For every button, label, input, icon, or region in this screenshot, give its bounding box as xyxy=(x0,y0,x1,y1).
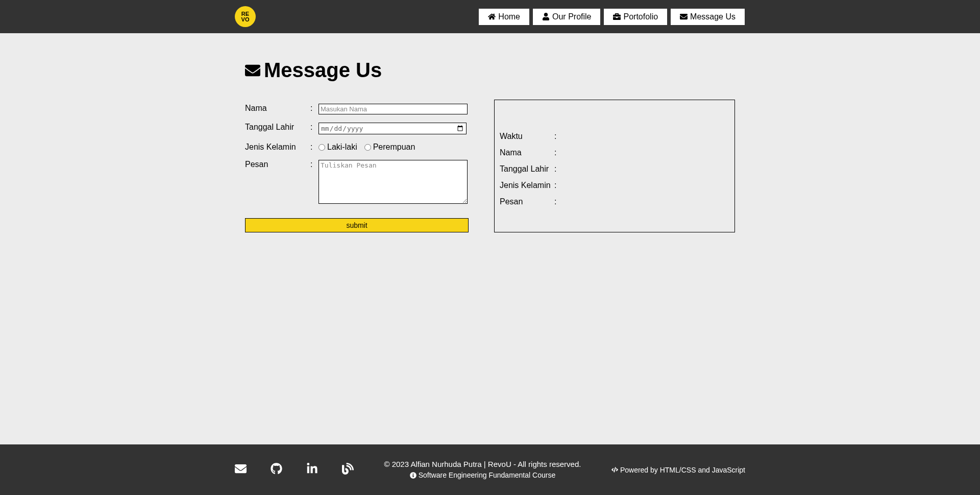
colon: : xyxy=(310,119,318,138)
nav-message-us[interactable]: Message Us xyxy=(670,8,745,26)
page-title-text: Message Us xyxy=(264,59,382,82)
output-nama-label: Nama xyxy=(500,145,554,161)
linkedin-icon xyxy=(306,463,318,475)
radio-perempuan-label: Perempuan xyxy=(373,143,415,152)
logo[interactable]: RE VO xyxy=(235,6,256,27)
output-jenis-label: Jenis Kelamin xyxy=(500,177,554,194)
output-waktu-label: Waktu xyxy=(500,128,554,145)
message-form: Nama : Tanggal Lahir : Jenis Kelamin : xyxy=(245,100,469,232)
pesan-label: Pesan xyxy=(245,156,310,210)
colon: : xyxy=(554,128,560,145)
colon: : xyxy=(554,194,560,210)
tanggal-input[interactable] xyxy=(318,123,467,134)
blog-icon xyxy=(342,463,354,475)
footer-powered: Powered by HTML/CSS and JavaScript xyxy=(620,466,745,474)
social-links xyxy=(235,463,354,477)
output-panel: Waktu : Nama : Tanggal Lahir : Jenis Kel… xyxy=(494,100,735,232)
code-icon xyxy=(611,466,618,473)
tanggal-label: Tanggal Lahir xyxy=(245,119,310,138)
radio-perempuan-wrapper[interactable]: Perempuan xyxy=(364,143,415,152)
envelope-icon xyxy=(680,13,688,20)
info-icon xyxy=(410,472,416,479)
output-tanggal-label: Tanggal Lahir xyxy=(500,161,554,177)
nav-home-label: Home xyxy=(498,12,520,21)
envelope-icon xyxy=(245,63,260,78)
output-pesan-label: Pesan xyxy=(500,194,554,210)
nama-label: Nama xyxy=(245,100,310,119)
home-icon xyxy=(488,13,496,20)
footer-copyright: © 2023 Alfian Nurhuda Putra | RevoU - Al… xyxy=(384,459,581,470)
nav-message-us-label: Message Us xyxy=(690,12,736,21)
colon: : xyxy=(554,145,560,161)
page-title: Message Us xyxy=(245,59,735,82)
github-icon xyxy=(271,463,282,475)
jenis-label: Jenis Kelamin xyxy=(245,138,310,156)
logo-text: RE VO xyxy=(241,11,250,22)
nav-menu: Home Our Profile Portofolio Message Us xyxy=(478,8,745,26)
user-icon xyxy=(542,13,550,20)
pesan-input[interactable] xyxy=(318,160,468,204)
social-linkedin[interactable] xyxy=(306,463,318,477)
radio-laki-label: Laki-laki xyxy=(327,143,357,152)
colon: : xyxy=(310,100,318,119)
colon: : xyxy=(554,161,560,177)
footer: © 2023 Alfian Nurhuda Putra | RevoU - Al… xyxy=(0,444,980,495)
nav-home[interactable]: Home xyxy=(478,8,530,26)
nav-our-profile-label: Our Profile xyxy=(552,12,591,21)
colon: : xyxy=(554,177,560,194)
social-blog[interactable] xyxy=(342,463,354,477)
radio-perempuan[interactable] xyxy=(364,144,371,151)
nav-portofolio[interactable]: Portofolio xyxy=(603,8,668,26)
colon: : xyxy=(310,138,318,156)
radio-laki[interactable] xyxy=(318,144,325,151)
social-email[interactable] xyxy=(235,463,247,477)
envelope-icon xyxy=(235,463,247,475)
briefcase-icon xyxy=(613,13,621,20)
nav-our-profile[interactable]: Our Profile xyxy=(532,8,601,26)
radio-laki-wrapper[interactable]: Laki-laki xyxy=(318,143,357,152)
colon: : xyxy=(310,156,318,210)
nama-input[interactable] xyxy=(318,104,468,114)
submit-button[interactable]: submit xyxy=(245,218,469,232)
footer-course: Software Engineering Fundamental Course xyxy=(419,470,556,481)
nav-portofolio-label: Portofolio xyxy=(623,12,658,21)
social-github[interactable] xyxy=(271,463,282,477)
